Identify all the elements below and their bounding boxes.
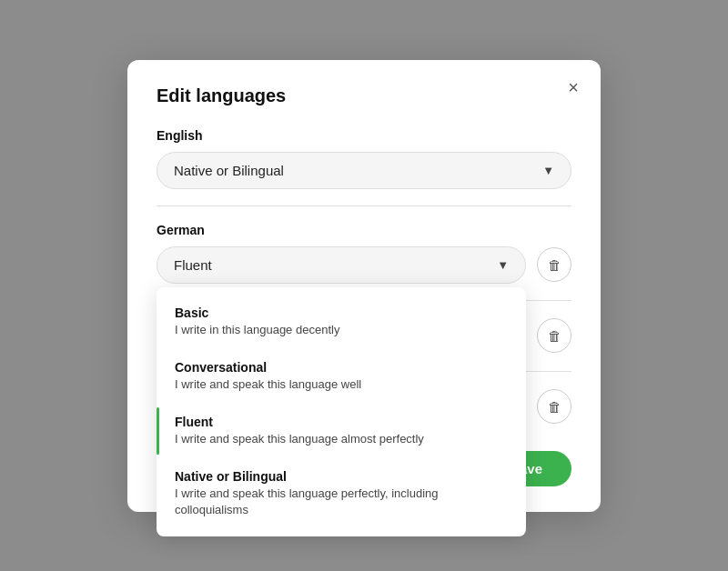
extra-delete-button-2[interactable]: 🗑: [537, 389, 571, 424]
english-select-button[interactable]: Native or Bilingual ▼: [157, 152, 571, 189]
dropdown-item-native-title: Native or Bilingual: [175, 469, 511, 484]
dropdown-item-native-desc: I write and speak this language perfectl…: [175, 486, 511, 518]
trash-icon-2: 🗑: [548, 328, 561, 344]
dropdown-item-fluent-desc: I write and speak this language almost p…: [175, 431, 511, 447]
english-section: English Native or Bilingual ▼: [157, 128, 571, 189]
english-selected-value: Native or Bilingual: [174, 163, 284, 178]
german-delete-button[interactable]: 🗑: [537, 247, 571, 282]
extra-delete-button-1[interactable]: 🗑: [537, 318, 571, 353]
german-row: Fluent ▼ Basic I write in this language …: [157, 246, 571, 284]
german-label: German: [157, 223, 571, 237]
german-section: German Fluent ▼ Basic I write in this la…: [157, 223, 571, 284]
dropdown-item-basic[interactable]: Basic I write in this language decently: [157, 295, 526, 349]
dropdown-item-native[interactable]: Native or Bilingual I write and speak th…: [157, 458, 526, 529]
modal-overlay: Edit languages × English Native or Bilin…: [0, 0, 728, 571]
dropdown-item-fluent[interactable]: Fluent I write and speak this language a…: [157, 404, 526, 458]
dropdown-item-conversational[interactable]: Conversational I write and speak this la…: [157, 349, 526, 404]
trash-icon: 🗑: [548, 257, 561, 273]
german-chevron-icon: ▼: [497, 258, 509, 272]
proficiency-dropdown: Basic I write in this language decently …: [157, 287, 526, 537]
german-select-button[interactable]: Fluent ▼: [157, 246, 526, 284]
german-select-wrapper: Fluent ▼ Basic I write in this language …: [157, 246, 526, 284]
divider-1: [157, 205, 571, 206]
english-select-wrapper: Native or Bilingual ▼: [157, 152, 571, 189]
modal-title: Edit languages: [157, 85, 571, 106]
edit-languages-modal: Edit languages × English Native or Bilin…: [127, 60, 601, 512]
english-label: English: [157, 128, 571, 143]
trash-icon-3: 🗑: [548, 399, 561, 415]
dropdown-item-basic-desc: I write in this language decently: [175, 322, 511, 338]
german-selected-value: Fluent: [174, 257, 212, 273]
close-button[interactable]: ×: [568, 78, 579, 96]
english-chevron-icon: ▼: [542, 164, 554, 177]
dropdown-item-fluent-title: Fluent: [175, 415, 511, 429]
dropdown-item-conversational-title: Conversational: [175, 360, 511, 375]
english-row: Native or Bilingual ▼: [157, 152, 571, 189]
dropdown-item-conversational-desc: I write and speak this language well: [175, 376, 511, 393]
dropdown-item-basic-title: Basic: [175, 306, 511, 320]
